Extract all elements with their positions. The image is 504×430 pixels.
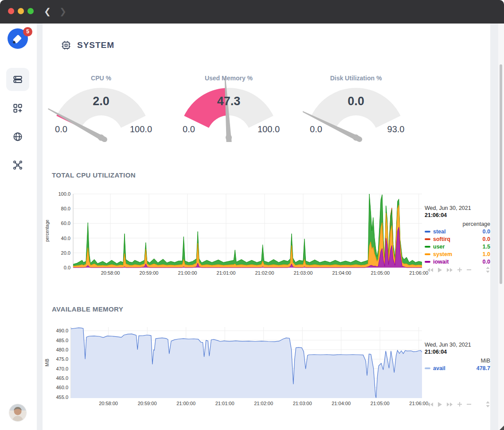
legend-label[interactable]: system (433, 251, 452, 257)
legend-value: 1.5 (483, 244, 490, 250)
x-axis-tick-label: 21:01:00 (215, 401, 234, 406)
legend-label[interactable]: steal (433, 229, 446, 235)
chart-resize-handle[interactable] (485, 401, 490, 407)
y-axis-tick-label: 460.0 (56, 385, 68, 390)
notification-badge: 5 (23, 27, 32, 36)
pan-backward-button[interactable] (427, 402, 434, 407)
zoom-in-button[interactable] (457, 402, 462, 407)
avatar-photo (9, 404, 26, 421)
gauge-value: 0.0 (303, 95, 409, 108)
sidebar-item-visited-nodes[interactable] (6, 125, 29, 148)
legend-label[interactable]: user (433, 244, 445, 250)
pan-forward-button[interactable] (446, 268, 453, 272)
x-axis-tick-label: 21:06:00 (409, 270, 428, 276)
legend-item-steal[interactable]: steal0.0 (425, 228, 490, 235)
y-axis-tick-label: 0.0 (64, 265, 70, 270)
memory-chart-legend: Wed, Jun 30, 2021 21:06:04 MiB avail478.… (425, 341, 490, 372)
gauge-value: 2.0 (48, 95, 154, 108)
legend-value: 0.0 (483, 236, 490, 242)
x-axis-tick-label: 21:06:00 (409, 401, 428, 406)
globe-icon (12, 131, 23, 142)
y-axis-tick-label: 475.0 (56, 356, 68, 362)
cpu-chip-icon (61, 40, 71, 51)
x-axis-tick-label: 20:58:00 (99, 401, 118, 406)
content-right-divider (490, 24, 498, 430)
legend-swatch (425, 261, 430, 263)
legend-label[interactable]: avail (433, 365, 445, 371)
legend-value: 0.0 (483, 259, 490, 265)
y-axis-tick-label: 60.0 (61, 221, 70, 226)
legend-swatch (425, 246, 430, 248)
gauge-used-memory[interactable]: Used Memory % 47.3 0.0 100.0 (176, 73, 282, 142)
zoom-out-button[interactable] (466, 402, 472, 407)
x-axis-tick-label: 21:03:00 (293, 401, 312, 406)
legend-swatch (425, 238, 430, 240)
user-avatar[interactable] (9, 404, 26, 421)
available-memory-chart[interactable]: 455.0460.0465.0470.0475.0480.0485.0490.0… (43, 322, 490, 410)
y-axis-tick-label: 40.0 (61, 236, 70, 241)
minimize-window-button[interactable] (18, 8, 24, 14)
play-button[interactable] (438, 402, 442, 407)
gauge-min-label: 0.0 (169, 124, 209, 134)
forward-button[interactable]: ❯ (57, 6, 69, 17)
window-resize-grip[interactable] (500, 426, 504, 430)
gauge-max-label: 100.0 (121, 124, 161, 134)
page-title: SYSTEM (77, 40, 114, 50)
zoom-window-button[interactable] (27, 8, 34, 14)
sidebar-divider (37, 24, 43, 430)
chart-resize-handle[interactable] (485, 267, 490, 273)
legend-label[interactable]: softirq (433, 236, 450, 242)
x-axis-tick-label: 20:58:00 (101, 270, 120, 276)
zoom-in-button[interactable] (457, 267, 462, 272)
legend-value: 1.0 (483, 251, 490, 257)
y-axis-tick-label: 465.0 (56, 375, 68, 381)
gauge-value: 47.3 (176, 95, 282, 108)
sidebar-item-spaces[interactable] (6, 154, 29, 177)
y-axis-tick-label: 80.0 (61, 206, 70, 211)
back-button[interactable]: ❮ (42, 6, 53, 17)
x-axis-tick-label: 21:00:00 (176, 401, 195, 406)
x-axis-tick-label: 21:02:00 (255, 270, 274, 276)
zoom-out-button[interactable] (466, 267, 472, 272)
legend-item-user[interactable]: user1.5 (425, 243, 490, 250)
gauge-cpu[interactable]: CPU % 2.0 0.0 100.0 (48, 73, 154, 142)
cpu-chart-legend: Wed, Jun 30, 2021 21:06:04 percentage st… (425, 205, 490, 265)
y-axis-tick-label: 480.0 (56, 347, 68, 352)
gauge-min-label: 0.0 (296, 124, 336, 134)
gauge-disk-utilization[interactable]: Disk Utilization % 0.0 0.0 93.0 (303, 73, 409, 142)
legend-label[interactable]: iowait (433, 259, 449, 265)
legend-swatch (425, 231, 430, 233)
sidebar-item-dashboards[interactable] (6, 97, 29, 120)
legend-time: 21:06:04 (425, 212, 490, 219)
legend-swatch (425, 253, 430, 255)
legend-value: 0.0 (483, 229, 490, 235)
play-button[interactable] (438, 267, 442, 273)
x-axis-tick-label: 21:02:00 (254, 401, 273, 406)
sidebar-item-nodes[interactable] (6, 68, 29, 91)
legend-date: Wed, Jun 30, 2021 (425, 341, 490, 348)
memory-chart-toolbar (427, 401, 490, 408)
scrollbar-thumb[interactable] (500, 64, 502, 284)
close-window-button[interactable] (8, 8, 14, 14)
y-axis-tick-label: 20.0 (61, 250, 70, 256)
cpu-chart-toolbar (427, 266, 490, 273)
cpu-utilization-chart[interactable]: 0.020.040.060.080.0100.020:58:0020:59:00… (43, 189, 490, 280)
legend-item-softirq[interactable]: softirq0.0 (425, 235, 490, 243)
network-nodes-icon (12, 159, 23, 171)
y-axis-tick-label: 455.0 (56, 394, 68, 400)
y-axis-tick-label: 490.0 (56, 328, 68, 333)
legend-item-system[interactable]: system1.0 (425, 250, 490, 258)
pan-backward-button[interactable] (427, 268, 434, 272)
x-axis-tick-label: 20:59:00 (138, 401, 157, 406)
x-axis-tick-label: 21:04:00 (332, 401, 351, 406)
legend-item-iowait[interactable]: iowait0.0 (425, 258, 490, 265)
pan-forward-button[interactable] (446, 402, 453, 407)
legend-units: percentage (425, 221, 490, 228)
gauge-max-label: 93.0 (376, 124, 416, 134)
legend-swatch (425, 367, 430, 369)
cpu-chart-title: TOTAL CPU UTILIZATION (52, 171, 136, 179)
legend-items: steal0.0softirq0.0user1.5system1.0iowait… (425, 228, 490, 265)
gauge-max-label: 100.0 (249, 124, 289, 134)
legend-item-avail[interactable]: avail478.7 (425, 364, 490, 372)
legend-units: MiB (425, 358, 490, 364)
